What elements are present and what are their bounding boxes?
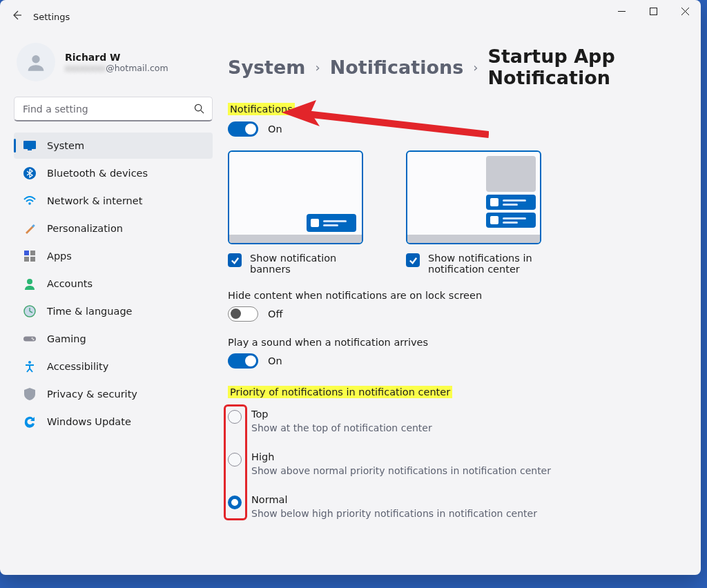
radio-title: Normal	[251, 494, 537, 505]
play-sound-toggle[interactable]	[228, 353, 258, 369]
settings-window: Settings Richard W xxxxxxxx@hotmail.com	[0, 0, 701, 575]
shield-icon	[23, 388, 36, 400]
sidebar-item-bluetooth[interactable]: Bluetooth & devices	[14, 160, 213, 186]
show-banners-checkbox[interactable]	[228, 253, 242, 267]
svg-rect-11	[30, 257, 35, 262]
sidebar-item-system[interactable]: System	[14, 133, 213, 159]
sidebar-item-accounts[interactable]: Accounts	[14, 271, 213, 297]
hide-content-state: Off	[268, 308, 282, 320]
svg-point-14	[24, 306, 35, 317]
update-icon	[23, 415, 36, 428]
gamepad-icon	[23, 333, 36, 345]
radio-button[interactable]	[228, 410, 242, 424]
sidebar-item-label: Personalization	[47, 223, 123, 234]
accessibility-icon	[23, 360, 36, 373]
radio-title: High	[251, 451, 551, 462]
priority-option-top[interactable]: Top Show at the top of notification cent…	[228, 403, 681, 446]
svg-rect-0	[650, 8, 657, 14]
hide-content-label: Hide content when notifications are on l…	[228, 290, 681, 301]
play-sound-state: On	[268, 355, 282, 366]
sidebar-item-apps[interactable]: Apps	[14, 243, 213, 269]
svg-rect-9	[30, 251, 35, 255]
window-title: Settings	[33, 12, 70, 22]
breadcrumb-notifications[interactable]: Notifications	[330, 57, 464, 78]
sidebar-item-label: Network & internet	[47, 195, 142, 206]
svg-point-17	[32, 339, 34, 340]
breadcrumb-current: Startup App Notification	[487, 46, 681, 88]
user-email: xxxxxxxx@hotmail.com	[65, 63, 168, 73]
notifications-toggle-state: On	[268, 124, 282, 135]
priority-option-normal[interactable]: Normal Show below high priority notifica…	[228, 489, 681, 531]
minimize-button[interactable]	[606, 0, 637, 22]
user-account-row[interactable]: Richard W xxxxxxxx@hotmail.com	[14, 36, 213, 94]
show-center-checkbox[interactable]	[406, 253, 420, 267]
sidebar-item-label: Gaming	[47, 333, 86, 344]
wifi-icon	[23, 195, 36, 207]
user-name: Richard W	[65, 52, 168, 63]
search-icon	[194, 104, 204, 117]
apps-icon	[23, 250, 36, 262]
breadcrumb-system[interactable]: System	[228, 57, 305, 78]
breadcrumb: System › Notifications › Startup App Not…	[228, 40, 681, 104]
svg-rect-8	[24, 251, 29, 255]
back-button[interactable]	[0, 10, 33, 23]
nav-list: System Bluetooth & devices Network & int…	[14, 133, 213, 435]
sidebar-item-label: System	[47, 140, 84, 151]
close-button[interactable]	[669, 0, 701, 22]
show-banners-label: Show notification banners	[250, 253, 374, 275]
svg-rect-4	[28, 149, 32, 150]
globe-clock-icon	[23, 305, 36, 317]
svg-point-6	[28, 202, 31, 205]
radio-desc: Show below high priority notifications i…	[251, 508, 537, 519]
show-center-label: Show notifications in notification cente…	[428, 253, 552, 275]
search-wrap	[14, 97, 213, 121]
svg-rect-15	[23, 336, 36, 341]
window-caption-buttons	[606, 0, 701, 22]
chevron-right-icon: ›	[315, 60, 320, 75]
maximize-button[interactable]	[637, 0, 669, 22]
priority-option-high[interactable]: High Show above normal priority notifica…	[228, 446, 681, 489]
sidebar-item-privacy[interactable]: Privacy & security	[14, 381, 213, 407]
svg-point-16	[31, 337, 32, 339]
sidebar-item-label: Accessibility	[47, 361, 108, 372]
sidebar-item-gaming[interactable]: Gaming	[14, 326, 213, 352]
priority-heading: Priority of notifications in notificatio…	[228, 386, 681, 398]
svg-point-2	[195, 104, 201, 110]
svg-rect-10	[24, 257, 29, 262]
sidebar-item-personalization[interactable]: Personalization	[14, 215, 213, 242]
title-bar: Settings	[0, 0, 701, 33]
avatar	[17, 43, 55, 81]
preview-center[interactable]	[406, 150, 541, 244]
sidebar-item-label: Windows Update	[47, 416, 131, 427]
sidebar-item-label: Bluetooth & devices	[47, 168, 148, 179]
radio-button[interactable]	[228, 496, 242, 509]
sidebar-item-windows-update[interactable]: Windows Update	[14, 409, 213, 435]
radio-desc: Show at the top of notification center	[251, 422, 432, 433]
radio-button[interactable]	[228, 453, 242, 467]
person-icon	[23, 277, 36, 290]
sidebar-item-label: Time & language	[47, 306, 133, 317]
svg-point-1	[32, 55, 39, 63]
preview-row: Show notification banners	[228, 150, 681, 275]
svg-point-12	[27, 279, 32, 284]
radio-title: Top	[251, 409, 432, 420]
hide-content-toggle[interactable]	[228, 306, 258, 322]
chevron-right-icon: ›	[473, 60, 478, 75]
notifications-toggle[interactable]	[228, 121, 258, 137]
sidebar-item-time-language[interactable]: Time & language	[14, 298, 213, 324]
sidebar-item-network[interactable]: Network & internet	[14, 188, 213, 214]
system-icon	[23, 139, 36, 152]
sidebar-item-label: Accounts	[47, 278, 93, 289]
paintbrush-icon	[23, 222, 36, 235]
svg-rect-3	[23, 141, 36, 149]
preview-banner[interactable]	[228, 150, 363, 244]
sidebar-item-accessibility[interactable]: Accessibility	[14, 353, 213, 380]
play-sound-label: Play a sound when a notification arrives	[228, 337, 681, 348]
priority-radio-group: Top Show at the top of notification cent…	[228, 403, 681, 531]
svg-point-18	[28, 361, 31, 364]
sidebar-item-label: Apps	[47, 251, 72, 262]
bluetooth-icon	[23, 167, 36, 179]
radio-desc: Show above normal priority notifications…	[251, 465, 551, 476]
main-content: System › Notifications › Startup App Not…	[221, 33, 701, 575]
search-input[interactable]	[14, 97, 213, 121]
